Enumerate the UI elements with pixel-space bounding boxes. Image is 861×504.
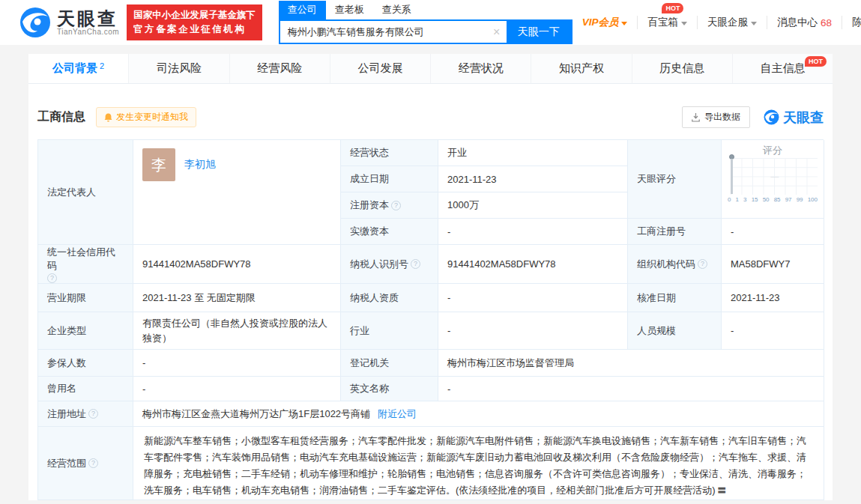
download-icon (692, 113, 700, 122)
field-label-taxpayer-quality: 纳税人资质 (341, 284, 438, 312)
tick: 100 (808, 196, 818, 203)
field-label-credit-code: 统一社会信用代码 (38, 245, 133, 284)
business-info-table: 法定代表人 李 李初旭 经营状态 开业 天眼评分 评分 0 1 3 15 (37, 139, 824, 500)
tab-judicial-risk[interactable]: 司法风险 (129, 54, 229, 83)
tab-operation-status[interactable]: 经营状况 (431, 54, 531, 83)
top-header: 天眼查 TianYanCha.com 国家中小企业发展子基金旗下 官方备案企业征… (0, 0, 861, 45)
field-value-address: 梅州市梅江区金燕大道梅州万达广场1F层1022号商铺 附近公司 (133, 401, 824, 427)
help-icon[interactable] (391, 201, 401, 210)
field-label-industry: 行业 (341, 312, 438, 350)
tab-label: 经营状况 (459, 61, 504, 76)
field-label-address: 注册地址 (38, 401, 133, 427)
vip-menu[interactable]: VIP会员 (573, 16, 638, 29)
label-text: 成立日期 (350, 172, 389, 186)
label-text: 注册地址 (47, 407, 86, 421)
field-value-former-name: - (133, 377, 341, 401)
score-marker-pin (729, 154, 734, 194)
search-tab-relation[interactable]: 查关系 (373, 1, 420, 19)
avatar[interactable]: 李 (142, 148, 175, 181)
field-label-english-name: 英文名称 (341, 377, 438, 401)
message-center-menu[interactable]: 消息中心 68 (767, 16, 842, 29)
field-value-taxpayer-quality: - (438, 284, 628, 312)
field-value-company-type: 有限责任公司（非自然人投资或控股的法人独资） (133, 312, 341, 350)
tab-self-info[interactable]: 自主信息 HOT (733, 54, 833, 83)
tab-count: 2 (100, 61, 104, 70)
field-value-taxpayer-id: 91441402MA58DFWY78 (438, 245, 628, 284)
label-text: 参保人数 (47, 356, 86, 370)
search-tabs: 查公司 查老板 查关系 (279, 1, 573, 19)
user-menu[interactable]: 陈平 (842, 16, 861, 29)
help-icon[interactable] (698, 259, 707, 269)
tab-label: 公司背景 (52, 61, 97, 76)
tab-operation-risk[interactable]: 经营风险 (230, 54, 330, 83)
search-input[interactable] (280, 21, 487, 43)
field-label-tianyan-score: 天眼评分 (628, 140, 722, 219)
tick: 3 (743, 196, 746, 203)
main-container: 公司背景 2 司法风险 经营风险 公司发展 经营状况 知识产权 历史信息 自主信… (28, 54, 833, 500)
field-label-authority: 登记机关 (341, 350, 438, 377)
toolbox-label: 百宝箱 (647, 16, 678, 29)
search-tab-company[interactable]: 查公司 (279, 1, 326, 19)
chevron-down-icon (621, 22, 627, 25)
field-label-status: 经营状态 (341, 140, 438, 166)
business-info-section-header: 工商信息 发生变更时通知我 导出数据 (28, 84, 833, 139)
gov-badge-line1: 国家中小企业发展子基金旗下 (133, 8, 256, 22)
search-tab-boss[interactable]: 查老板 (326, 1, 373, 19)
tianyancha-watermark: 天眼查 (764, 109, 824, 127)
legal-rep-link[interactable]: 李初旭 (184, 158, 216, 171)
label-text: 核准日期 (637, 291, 676, 305)
tab-history-info[interactable]: 历史信息 (632, 54, 733, 83)
scope-text: 新能源汽车整车销售；小微型客车租赁经营服务；汽车零配件批发；新能源汽车电附件销售… (144, 435, 806, 496)
message-center-label: 消息中心 (777, 16, 818, 29)
gov-certification-badge: 国家中小企业发展子基金旗下 官方备案企业征信机构 (127, 4, 262, 41)
notify-on-change-button[interactable]: 发生变更时通知我 (96, 107, 196, 127)
clear-icon[interactable] (487, 21, 507, 43)
collapse-icon[interactable]: 〓 (717, 485, 727, 496)
tab-company-development[interactable]: 公司发展 (330, 54, 431, 83)
tab-company-background[interactable]: 公司背景 2 (28, 54, 129, 83)
label-text: 英文名称 (350, 382, 389, 395)
company-nav-tabs: 公司背景 2 司法风险 经营风险 公司发展 经营状况 知识产权 历史信息 自主信… (28, 54, 833, 84)
toolbox-menu[interactable]: HOT 百宝箱 (637, 16, 697, 29)
help-icon[interactable] (47, 273, 57, 283)
export-data-button[interactable]: 导出数据 (682, 106, 750, 128)
search-box: 天眼一下 (279, 19, 573, 44)
label-text: 经营范围 (47, 457, 86, 470)
label-text: 纳税人资质 (350, 291, 399, 305)
score-chart-plot (731, 158, 818, 195)
tab-intellectual-property[interactable]: 知识产权 (531, 54, 632, 83)
logo-name: 天眼查 (57, 9, 119, 28)
notify-button-label: 发生变更时通知我 (116, 111, 188, 124)
field-value-insured: - (133, 350, 341, 377)
field-label-insured: 参保人数 (38, 350, 133, 377)
field-value-scope: 新能源汽车整车销售；小微型客车租赁经营服务；汽车零配件批发；新能源汽车电附件销售… (133, 427, 824, 500)
tab-label: 历史信息 (659, 61, 704, 76)
help-icon[interactable] (88, 458, 98, 468)
tianyan-score-chart: 评分 0 1 3 15 50 85 97 99 100 (722, 140, 824, 219)
field-value-reg-capital: 1000万 (438, 192, 628, 219)
vip-label: VIP会员 (582, 16, 619, 29)
tick: 1 (736, 196, 739, 203)
field-value-est-date: 2021-11-23 (438, 166, 628, 192)
label-text: 工商注册号 (637, 225, 686, 238)
label-text: 登记机关 (350, 356, 389, 370)
field-value-status: 开业 (438, 140, 628, 166)
search-button[interactable]: 天眼一下 (507, 21, 571, 43)
score-axis-ticks: 0 1 3 15 50 85 97 99 100 (728, 196, 818, 203)
help-icon[interactable] (88, 409, 98, 419)
gov-badge-line2: 官方备案企业征信机构 (133, 22, 256, 37)
tab-label: 自主信息 (760, 61, 805, 76)
field-label-reg-capital: 注册资本 (341, 192, 438, 219)
help-icon[interactable] (411, 259, 420, 269)
tianyancha-logo[interactable]: 天眼查 TianYanCha.com (19, 7, 119, 38)
tick: 97 (785, 196, 792, 203)
score-chart-title: 评分 (728, 144, 818, 158)
label-text: 统一社会信用代码 (47, 246, 124, 273)
tick: 15 (752, 196, 758, 203)
section-title: 工商信息 (37, 109, 85, 125)
nearby-companies-link[interactable]: 附近公司 (378, 407, 417, 421)
watermark-label: 天眼查 (783, 109, 824, 127)
label-text: 经营状态 (350, 146, 389, 160)
enterprise-service-menu[interactable]: 天眼企服 (697, 16, 767, 29)
field-label-org-code: 组织机构代码 (628, 245, 722, 284)
